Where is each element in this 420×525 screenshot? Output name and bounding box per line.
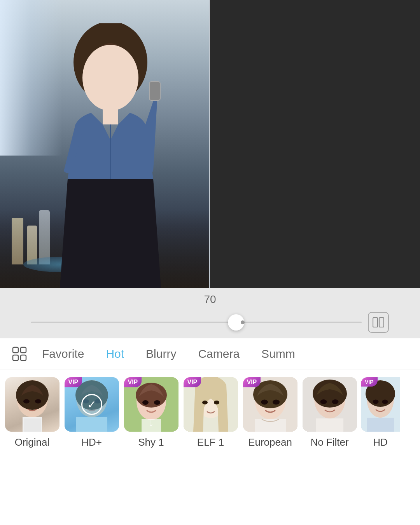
slider-area: 70 [0,288,420,338]
svg-rect-18 [379,318,384,327]
filter-label-hd: HD+ [81,436,102,448]
filter-thumb-hd2: VIP [361,377,400,432]
filter-item-shy1[interactable]: VIP ↓ Shy 1 [123,377,179,448]
svg-rect-2 [103,105,118,124]
svg-rect-28 [24,418,41,432]
slider-value: 70 [204,293,216,306]
svg-point-38 [154,400,160,405]
filter-tabs: Favorite Hot Blurry Camera Summ [0,338,420,369]
svg-point-48 [273,400,280,405]
svg-point-1 [82,45,138,111]
svg-point-47 [261,400,268,405]
tab-summer[interactable]: Summ [250,343,306,364]
compare-icon[interactable] [368,312,389,333]
filter-item-nofilter[interactable]: No Filter [301,377,358,448]
filter-item-original[interactable]: Original [4,377,60,448]
vip-badge-european: VIP [243,377,261,387]
vip-badge-elf1: VIP [184,377,201,387]
person-left [52,23,169,288]
filter-item-hd[interactable]: VIP ✓ HD+ [63,377,120,448]
svg-point-24 [16,380,49,410]
filter-item-elf1[interactable]: VIP ELF 1 [182,377,239,448]
svg-rect-49 [255,419,286,432]
svg-point-54 [332,399,338,404]
slider-fill [31,322,236,323]
svg-rect-22 [21,355,26,360]
vip-badge-shy1: VIP [124,377,142,387]
filter-thumb-nofilter [303,377,357,432]
download-arrow-shy1: ↓ [149,416,154,429]
svg-rect-20 [21,347,26,353]
svg-point-43 [214,401,219,404]
svg-point-59 [373,400,379,404]
svg-point-42 [202,401,208,404]
filter-thumb-original [5,377,60,432]
vip-badge-hd2: VIP [361,377,378,387]
svg-rect-17 [373,318,378,327]
filter-label-shy1: Shy 1 [138,436,164,448]
filter-thumb-hd: VIP ✓ [65,377,119,432]
check-icon-hd: ✓ [81,394,102,415]
svg-rect-19 [13,347,18,353]
svg-rect-21 [13,355,18,360]
tab-hot[interactable]: Hot [95,343,135,364]
svg-rect-3 [149,82,160,100]
filter-label-european: European [248,436,292,448]
photo-area: ENJOY! [0,0,420,288]
svg-point-53 [320,399,327,404]
vip-badge-hd: VIP [65,377,82,387]
tab-favorite[interactable]: Favorite [31,343,95,364]
filter-label-elf1: ELF 1 [197,436,224,448]
mirror-left: ENJOY! [0,0,210,288]
svg-rect-55 [316,418,343,432]
slider-track[interactable] [31,322,362,323]
grid-icon[interactable] [8,346,31,362]
filter-label-hd2: HD [373,436,388,448]
filter-label-nofilter: No Filter [310,436,348,448]
svg-point-37 [142,400,149,405]
slider-dot [241,320,245,324]
filter-thumb-european: VIP [243,377,298,432]
slider-track-container [31,312,389,333]
filter-thumb-elf1: VIP [184,377,238,432]
svg-point-60 [382,400,388,404]
filter-items: Original VIP ✓ HD+ VIP [0,369,420,525]
tab-camera[interactable]: Camera [187,343,250,364]
svg-point-25 [23,399,30,404]
svg-rect-61 [367,418,394,432]
filter-thumb-shy1: VIP ↓ [124,377,178,432]
svg-point-26 [35,399,41,404]
filter-item-hd2[interactable]: VIP HD [361,377,400,448]
filter-label-original: Original [15,436,50,448]
filter-item-european[interactable]: VIP European [242,377,298,448]
tab-blurry[interactable]: Blurry [135,343,187,364]
